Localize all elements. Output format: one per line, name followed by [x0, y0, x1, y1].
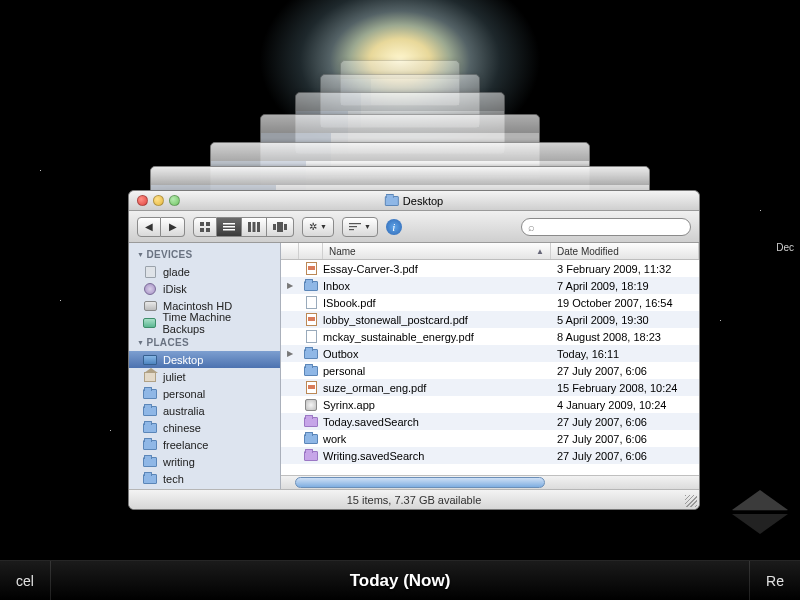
file-name: Writing.savedSearch	[323, 450, 551, 462]
finder-window: Desktop ◀ ▶ ✲▼ ▼ i	[128, 190, 700, 510]
file-row[interactable]: suze_orman_eng.pdf15 February 2008, 10:2…	[281, 379, 699, 396]
file-name: mckay_sustainable_energy.pdf	[323, 331, 551, 343]
file-row[interactable]: ISbook.pdf19 October 2007, 16:54	[281, 294, 699, 311]
file-date: 19 October 2007, 16:54	[551, 297, 699, 309]
sidebar-item-australia[interactable]: australia	[129, 402, 280, 419]
restore-button[interactable]: Re	[749, 561, 800, 600]
app-icon	[305, 399, 317, 411]
timeline-tick-label: Dec	[776, 242, 794, 253]
svg-rect-15	[349, 229, 354, 230]
scrollbar-thumb[interactable]	[295, 477, 545, 488]
column-headers: Name▲ Date Modified	[281, 243, 699, 260]
sidebar-item-chinese[interactable]: chinese	[129, 419, 280, 436]
doc-icon	[306, 330, 317, 343]
action-menu-button[interactable]: ✲▼	[302, 217, 334, 237]
sidebar-item-freelance[interactable]: freelance	[129, 436, 280, 453]
file-row[interactable]: ▶OutboxToday, 16:11	[281, 345, 699, 362]
file-row[interactable]: ▶Inbox7 April 2009, 18:19	[281, 277, 699, 294]
file-row[interactable]: Today.savedSearch27 July 2007, 6:06	[281, 413, 699, 430]
pdf-icon	[306, 313, 317, 326]
file-date: 27 July 2007, 6:06	[551, 416, 699, 428]
search-icon: ⌕	[528, 221, 535, 233]
folder-icon	[143, 474, 157, 484]
sidebar-item-tech[interactable]: tech	[129, 470, 280, 487]
horizontal-scrollbar[interactable]	[281, 475, 699, 489]
info-button[interactable]: i	[386, 219, 402, 235]
view-coverflow-button[interactable]	[267, 217, 294, 237]
file-row[interactable]: Writing.savedSearch27 July 2007, 6:06	[281, 447, 699, 464]
svg-rect-3	[206, 228, 210, 232]
svg-rect-6	[223, 229, 235, 231]
sort-indicator-icon: ▲	[536, 247, 544, 256]
folder-icon	[143, 406, 157, 416]
zoom-button[interactable]	[169, 195, 180, 206]
close-button[interactable]	[137, 195, 148, 206]
file-name: Inbox	[323, 280, 551, 292]
file-row[interactable]: Essay-Carver-3.pdf3 February 2009, 11:32	[281, 260, 699, 277]
file-name: Syrinx.app	[323, 399, 551, 411]
sidebar-item-glade[interactable]: glade	[129, 263, 280, 280]
sidebar-item-writing[interactable]: writing	[129, 453, 280, 470]
view-list-button[interactable]	[217, 217, 242, 237]
column-date[interactable]: Date Modified	[551, 243, 699, 259]
titlebar[interactable]: Desktop	[129, 191, 699, 211]
sidebar-item-juliet[interactable]: juliet	[129, 368, 280, 385]
search-input[interactable]	[538, 221, 684, 233]
folder-icon	[304, 366, 318, 376]
pdf-icon	[306, 381, 317, 394]
timeline-nav-arrows	[732, 490, 792, 550]
disclosure-triangle-icon[interactable]: ▶	[281, 281, 299, 290]
cancel-button[interactable]: cel	[0, 561, 51, 600]
doc-icon	[306, 296, 317, 309]
idisk-icon	[144, 283, 156, 295]
file-row[interactable]: lobby_stonewall_postcard.pdf5 April 2009…	[281, 311, 699, 328]
file-date: 3 February 2009, 11:32	[551, 263, 699, 275]
file-date: 27 July 2007, 6:06	[551, 365, 699, 377]
sidebar-item-time-machine-backups[interactable]: Time Machine Backups	[129, 314, 280, 331]
file-list-area: Name▲ Date Modified Essay-Carver-3.pdf3 …	[281, 243, 699, 489]
gear-icon: ✲	[309, 221, 317, 232]
back-button[interactable]: ◀	[137, 217, 161, 237]
file-name: ISbook.pdf	[323, 297, 551, 309]
folder-icon	[385, 196, 399, 206]
view-icon-button[interactable]	[193, 217, 217, 237]
folder-icon	[143, 423, 157, 433]
file-date: 27 July 2007, 6:06	[551, 433, 699, 445]
timeline-forward-arrow[interactable]	[732, 514, 788, 534]
folder-icon	[143, 389, 157, 399]
file-date: Today, 16:11	[551, 348, 699, 360]
status-bar: 15 items, 7.37 GB available	[129, 489, 699, 509]
file-row[interactable]: work27 July 2007, 6:06	[281, 430, 699, 447]
minimize-button[interactable]	[153, 195, 164, 206]
column-expand[interactable]	[281, 243, 299, 259]
sidebar-item-idisk[interactable]: iDisk	[129, 280, 280, 297]
srch-icon	[304, 417, 318, 427]
forward-button[interactable]: ▶	[161, 217, 185, 237]
timeline-bar: cel Today (Now) Re	[0, 560, 800, 600]
file-date: 7 April 2009, 18:19	[551, 280, 699, 292]
file-row[interactable]: mckay_sustainable_energy.pdf8 August 200…	[281, 328, 699, 345]
file-row[interactable]: personal27 July 2007, 6:06	[281, 362, 699, 379]
view-column-button[interactable]	[242, 217, 267, 237]
disk-icon	[144, 301, 157, 311]
file-date: 27 July 2007, 6:06	[551, 450, 699, 462]
file-row[interactable]: Syrinx.app4 January 2009, 10:24	[281, 396, 699, 413]
disclosure-triangle-icon[interactable]: ▶	[281, 349, 299, 358]
sidebar-section-devices[interactable]: DEVICES	[129, 243, 280, 263]
file-name: suze_orman_eng.pdf	[323, 382, 551, 394]
arrange-menu-button[interactable]: ▼	[342, 217, 378, 237]
folder-icon	[304, 434, 318, 444]
resize-handle[interactable]	[685, 495, 697, 507]
file-name: Essay-Carver-3.pdf	[323, 263, 551, 275]
folder-icon	[143, 457, 157, 467]
sidebar-item-personal[interactable]: personal	[129, 385, 280, 402]
srch-icon	[304, 451, 318, 461]
sidebar-item-desktop[interactable]: Desktop	[129, 351, 280, 368]
svg-rect-14	[349, 226, 357, 227]
timeline-back-arrow[interactable]	[732, 490, 788, 510]
svg-rect-5	[223, 226, 235, 228]
arrange-icon	[349, 223, 361, 231]
column-icon[interactable]	[299, 243, 323, 259]
column-name[interactable]: Name▲	[323, 243, 551, 259]
search-field[interactable]: ⌕	[521, 218, 691, 236]
